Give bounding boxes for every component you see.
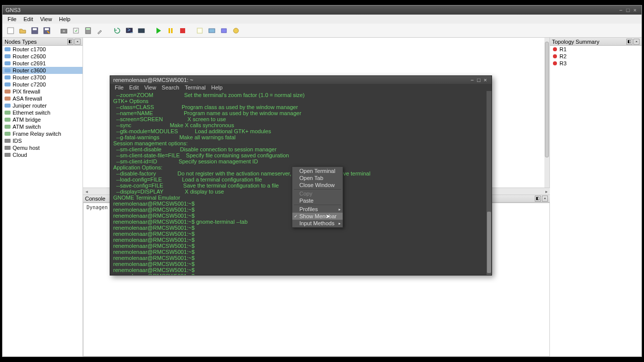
menu-file[interactable]: File [5, 16, 20, 23]
telnet-button[interactable]: >_ [124, 26, 134, 36]
node-list[interactable]: Router c1700Router c2600Router c2691Rout… [3, 46, 83, 356]
node-item[interactable]: Router c2691 [3, 60, 83, 67]
scroll-left-icon[interactable]: ◂ [83, 188, 90, 195]
term-menu-edit[interactable]: Edit [127, 84, 141, 90]
node-label: Router c2600 [13, 53, 46, 59]
node-item[interactable]: Router c1700 [3, 46, 83, 53]
context-menu-item[interactable]: Open Tab [292, 174, 343, 182]
node-item[interactable]: Router c3600 [3, 67, 83, 74]
app-title: GNS3 [6, 7, 21, 13]
menu-view[interactable]: View [37, 16, 55, 23]
node-item[interactable]: Router c7200 [3, 81, 83, 88]
node-item[interactable]: Qemu host [3, 144, 83, 151]
context-menu-item[interactable]: Close Window [292, 182, 343, 189]
toolbar: >_ [3, 24, 641, 38]
nodes-panel-header[interactable]: Nodes Types ◧ × [3, 38, 83, 46]
console-close-icon[interactable]: × [542, 196, 548, 202]
router-icon [5, 104, 11, 108]
term-menu-search[interactable]: Search [159, 84, 182, 90]
topology-item[interactable]: R3 [550, 60, 641, 67]
export-button[interactable] [71, 26, 81, 36]
term-menu-terminal[interactable]: Terminal [182, 84, 208, 90]
stop-button[interactable] [178, 26, 188, 36]
node-item[interactable]: Router c3700 [3, 74, 83, 81]
context-menu-item[interactable]: Open Terminal [292, 167, 343, 174]
term-menu-help[interactable]: Help [209, 84, 225, 90]
topology-label: R2 [559, 53, 567, 59]
image-button[interactable] [207, 26, 217, 36]
node-item[interactable]: Frame Relay switch [3, 130, 83, 137]
menu-edit[interactable]: Edit [21, 16, 36, 23]
router-icon [5, 97, 11, 101]
node-item[interactable]: Ethernet switch [3, 109, 83, 116]
context-menu-item[interactable]: ✓Show Menubar [292, 213, 343, 220]
terminal-line: renemolenaar@RMCSW5001:~$ [113, 267, 489, 273]
svg-point-6 [63, 30, 65, 32]
reload-button[interactable] [112, 26, 122, 36]
node-item[interactable]: IDS [3, 137, 83, 144]
router-icon [5, 132, 11, 136]
context-menu-item[interactable]: Input Methods▸ [292, 220, 343, 227]
topology-item[interactable]: R2 [550, 53, 641, 60]
terminal-line: --zoom=ZOOM Set the terminal's zoom fact… [113, 92, 489, 98]
terminal-minimize-icon[interactable]: − [469, 77, 475, 83]
node-label: IDS [13, 138, 22, 144]
minimize-icon[interactable]: − [617, 7, 624, 13]
topology-item[interactable]: R1 [550, 46, 641, 53]
capture-button[interactable] [136, 26, 146, 36]
router-icon [5, 82, 11, 86]
terminal-titlebar[interactable]: renemolenaar@RMCSW5001: ~ − □ × [110, 76, 492, 84]
node-item[interactable]: Juniper router [3, 102, 83, 109]
topology-float-icon[interactable]: ◧ [626, 39, 632, 45]
open-button[interactable] [18, 26, 28, 36]
term-menu-view[interactable]: View [142, 84, 159, 90]
note-button[interactable] [195, 26, 205, 36]
topology-panel-header[interactable]: Topology Summary ◧ × [550, 38, 641, 46]
panel-float-icon[interactable]: ◧ [67, 39, 73, 45]
ellipse-button[interactable] [231, 26, 241, 36]
menu-help[interactable]: Help [56, 16, 73, 23]
saveas-button[interactable] [42, 26, 52, 36]
context-menu-label: Close Window [299, 182, 335, 188]
pause-button[interactable] [166, 26, 176, 36]
svg-rect-9 [86, 28, 90, 30]
snapshot-button[interactable] [59, 26, 69, 36]
router-icon [5, 139, 11, 143]
close-icon[interactable]: × [631, 7, 638, 13]
terminal-line: --screen=SCREEN X screen to use [113, 116, 489, 122]
context-menu-label: Input Methods [299, 220, 335, 226]
nodes-panel: Nodes Types ◧ × Router c1700Router c2600… [3, 38, 83, 356]
node-label: Router c3600 [13, 67, 46, 73]
topology-close-icon[interactable]: × [633, 39, 639, 45]
terminal-scrollbar[interactable] [487, 91, 492, 275]
status-dot-icon [553, 54, 557, 58]
terminal-close-icon[interactable]: × [482, 77, 489, 83]
topology-list[interactable]: R1R2R3 [550, 46, 641, 356]
context-menu-item[interactable]: Profiles▸ [292, 206, 343, 213]
tool-button[interactable] [95, 26, 105, 36]
rectangle-button[interactable] [219, 26, 229, 36]
context-menu-item[interactable]: Paste [292, 197, 343, 204]
calculate-button[interactable] [83, 26, 93, 36]
maximize-icon[interactable]: □ [624, 7, 631, 13]
svg-rect-13 [169, 28, 170, 33]
svg-rect-0 [8, 28, 14, 34]
terminal-maximize-icon[interactable]: □ [475, 77, 482, 83]
node-item[interactable]: ATM switch [3, 123, 83, 130]
new-project-button[interactable] [6, 26, 16, 36]
terminal-line: --sm-client-state-file=FILE Specify file… [113, 152, 489, 158]
play-button[interactable] [153, 26, 164, 36]
scroll-right-icon[interactable]: ▸ [543, 188, 550, 195]
node-item[interactable]: ASA firewall [3, 95, 83, 102]
node-item[interactable]: Cloud [3, 151, 83, 158]
console-float-icon[interactable]: ◧ [535, 196, 541, 202]
context-menu-label: Paste [299, 198, 313, 204]
canvas-vscroll[interactable] [544, 38, 549, 188]
node-item[interactable]: ATM bridge [3, 116, 83, 123]
term-menu-file[interactable]: File [112, 84, 126, 90]
titlebar[interactable]: GNS3 − □ × [3, 6, 641, 15]
save-button[interactable] [30, 26, 40, 36]
panel-close-icon[interactable]: × [74, 39, 80, 45]
node-item[interactable]: PIX firewall [3, 88, 83, 95]
node-item[interactable]: Router c2600 [3, 53, 83, 60]
